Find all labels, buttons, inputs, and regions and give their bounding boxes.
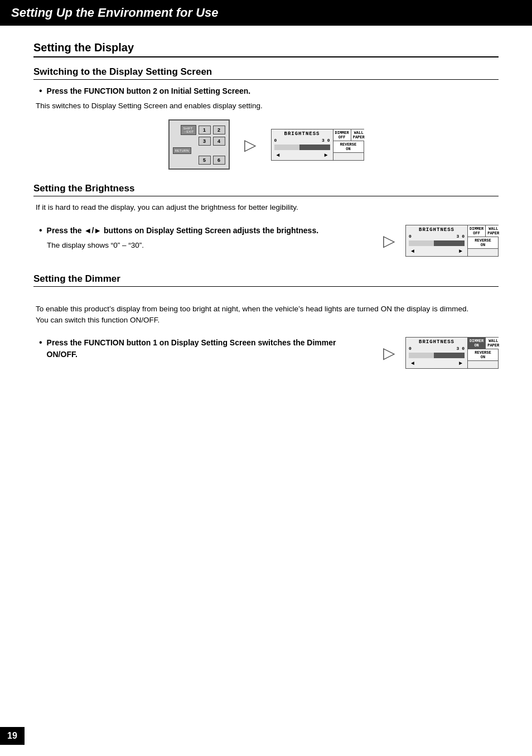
display-side-switching: DIMMEROFF WALLPAPER REVERSEON: [333, 129, 364, 160]
bullet-switching: • Press the FUNCTION button 2 on Initial…: [39, 85, 499, 97]
page-number: 19: [0, 727, 25, 745]
arrow-icon-3: ▷: [383, 344, 395, 362]
display-screen-dimmer: BRIGHTNESS 0 3 0 ◄ ► DIMMERON: [405, 337, 499, 369]
brightness-bar: [274, 145, 330, 150]
dimmer-on-box: DIMMERON: [468, 338, 486, 349]
reverse-on-box-3: REVERSEON: [468, 349, 498, 361]
btn-5: 5: [199, 156, 211, 165]
bullet-icon-3: •: [39, 338, 42, 348]
subsection-title-switching: Switching to the Display Setting Screen: [33, 66, 499, 80]
display-screen-brightness: BRIGHTNESS 0 3 0 ◄ ► DIMMEROFF: [405, 225, 499, 257]
brightness-bar-2: [409, 240, 465, 246]
btn-1: 1: [199, 126, 211, 134]
wallpaper-box-3: WALLPAPER: [486, 338, 501, 349]
dimmer-diagram-row: ▷ BRIGHTNESS 0 3 0 ◄ ►: [379, 337, 499, 369]
bar-fill-3: [434, 353, 465, 358]
brightness-bar-3: [409, 353, 465, 358]
display-main-switching: BRIGHTNESS 0 3 0 ◄ ►: [272, 129, 333, 160]
btn-6: 6: [213, 156, 225, 165]
side-empty-3: [468, 361, 498, 368]
page-header: Setting Up the Environment for Use: [0, 0, 532, 26]
bullet-icon-2: •: [39, 225, 42, 235]
bullet-icon: •: [39, 86, 42, 96]
display-main-brightness: BRIGHTNESS 0 3 0 ◄ ►: [406, 225, 468, 256]
dimmer-text-col: • Press the FUNCTION button 1 on Display…: [33, 331, 367, 364]
wallpaper-box-2: WALLPAPER: [486, 225, 501, 237]
switching-diagram-row: SHIFT→EXIT 1 2 3 4 RETURN 5 6 ▷ BRIGHTNE…: [33, 119, 499, 170]
bar-fill: [299, 145, 330, 150]
display-side-top-3: DIMMERON WALLPAPER: [468, 338, 498, 349]
shift-label: SHIFT→EXIT: [181, 125, 196, 135]
page-content: Setting the Display Switching to the Dis…: [0, 26, 532, 391]
switching-body: This switches to Display Setting Screen …: [36, 100, 499, 112]
dimmer-off-box: DIMMEROFF: [333, 129, 351, 141]
btn-2: 2: [213, 126, 225, 134]
display-main-dimmer: BRIGHTNESS 0 3 0 ◄ ►: [406, 338, 468, 368]
return-label: RETURN: [173, 147, 191, 154]
brightness-text-col: • Press the ◄/► buttons on Display Setti…: [33, 219, 367, 254]
arrow-icon-2: ▷: [383, 232, 395, 250]
subsection-title-dimmer: Setting the Dimmer: [33, 273, 499, 287]
display-side-top-2: DIMMEROFF WALLPAPER: [468, 225, 498, 237]
dimmer-intro: To enable this product’s display from be…: [36, 292, 499, 326]
btn-3: 3: [199, 137, 211, 146]
nav-row: ◄ ►: [274, 152, 330, 158]
display-side-top: DIMMEROFF WALLPAPER: [333, 129, 364, 141]
brightness-intro: If it is hard to read the display, you c…: [36, 202, 499, 213]
display-side-brightness: DIMMEROFF WALLPAPER REVERSEON: [468, 225, 498, 256]
nav-row-2: ◄ ►: [409, 248, 465, 254]
dimmer-off-box-2: DIMMEROFF: [468, 225, 486, 237]
brightness-row-3: 0 3 0: [409, 346, 465, 351]
nav-row-3: ◄ ►: [409, 360, 465, 367]
side-empty: [333, 153, 364, 160]
subsection-title-brightness: Setting the Brightness: [33, 183, 499, 196]
brightness-row: 0 3 0: [274, 138, 330, 143]
brightness-body: The display shows “0” – “30”.: [47, 240, 367, 251]
reverse-on-box: REVERSEON: [333, 141, 364, 153]
reverse-on-box-2: REVERSEON: [468, 237, 498, 249]
bullet-brightness: • Press the ◄/► buttons on Display Setti…: [39, 225, 367, 237]
page-title: Setting Up the Environment for Use: [11, 6, 521, 20]
section-title: Setting the Display: [33, 41, 499, 57]
display-side-dimmer: DIMMERON WALLPAPER REVERSEON: [468, 338, 498, 368]
btn-4: 4: [213, 137, 225, 146]
arrow-icon: ▷: [244, 136, 257, 154]
bar-fill-2: [434, 240, 465, 246]
brightness-row-2: 0 3 0: [409, 234, 465, 239]
wallpaper-box: WALLPAPER: [351, 129, 366, 141]
display-screen-switching: BRIGHTNESS 0 3 0 ◄ ► DIMMEROFF WALLPAPER: [271, 129, 364, 161]
brightness-diagram-row: ▷ BRIGHTNESS 0 3 0 ◄ ►: [379, 225, 499, 257]
side-empty-2: [468, 249, 498, 256]
keypad-diagram: SHIFT→EXIT 1 2 3 4 RETURN 5 6: [168, 119, 230, 170]
bullet-dimmer: • Press the FUNCTION button 1 on Display…: [39, 337, 367, 360]
